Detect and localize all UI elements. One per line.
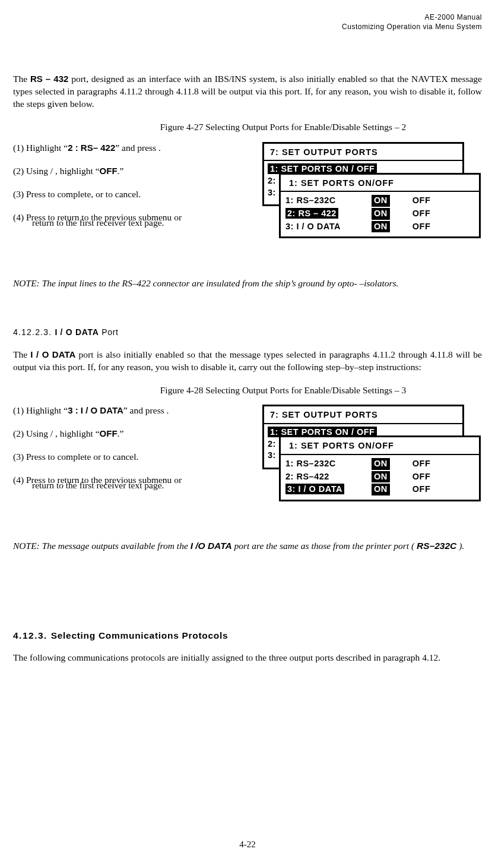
section-4-12-3: 4.12.3. Selecting Communications Protoco… <box>13 630 482 642</box>
intro-para: The RS – 432 port, designed as an interf… <box>13 73 482 111</box>
steps-block-2: (1) Highlight “3 : I / O DATA” and press… <box>13 405 253 503</box>
steps-block-1: (1) Highlight “2 : RS– 422” and press . … <box>13 142 253 240</box>
menu-box-front-2: 1: SET PORTS ON/OFF 1: RS–232CONOFF 2: R… <box>279 435 481 501</box>
figure-caption-27: Figure 4-27 Selecting Output Ports for E… <box>84 121 482 134</box>
menu-diagram-1: 7: SET OUTPUT PORTS 1: SET PORTS ON / OF… <box>262 142 482 261</box>
hdr-line2: Customizing Operation via Menu System <box>342 23 482 31</box>
intro-para-2: The I / O DATA port is also initially en… <box>13 349 482 374</box>
page-header: AE-2000 Manual Customizing Operation via… <box>13 13 482 31</box>
figure-caption-28: Figure 4-28 Selecting Output Ports for E… <box>84 384 482 397</box>
closing-para: The following communications protocols a… <box>13 652 482 664</box>
menu-box-front: 1: SET PORTS ON/OFF 1: RS–232CONOFF 2: R… <box>279 173 481 238</box>
note-2: NOTE: The message outputs available from… <box>13 540 482 553</box>
subsection-heading: 4.12.2.3. I / O DATA Port <box>13 327 482 338</box>
note-1: NOTE: The input lines to the RS–422 conn… <box>13 277 482 290</box>
menu-diagram-2: 7: SET OUTPUT PORTS 1: SET PORTS ON / OF… <box>262 405 482 523</box>
page-number: 4-22 <box>0 838 495 850</box>
hdr-line1: AE-2000 Manual <box>425 13 482 21</box>
